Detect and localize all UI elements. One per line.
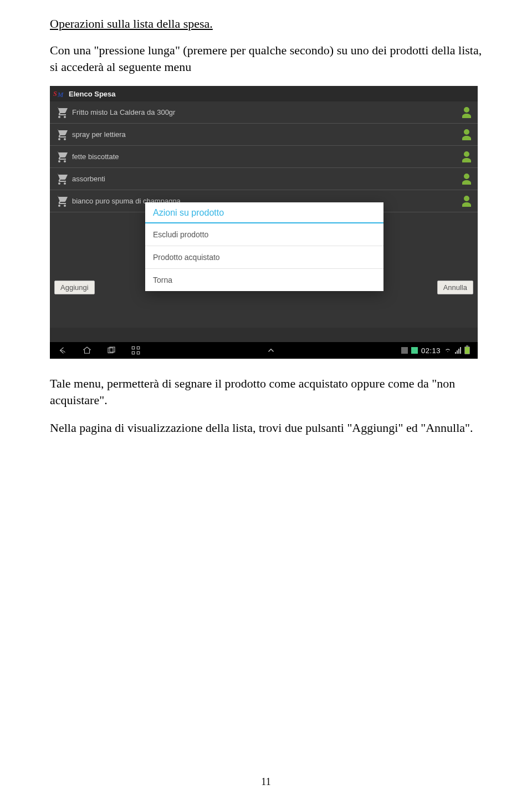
expand-icon[interactable] [266,345,276,355]
list-item-label: Fritto misto La Caldera da 300gr [72,108,460,116]
list-item[interactable]: fette biscottate [50,146,478,168]
list-item[interactable]: Fritto misto La Caldera da 300gr [50,101,478,124]
list-item-label: assorbenti [72,175,460,183]
user-icon [460,150,473,164]
section-heading: Operazioni sulla lista della spesa. [50,17,482,31]
app-title: Elenco Spesa [69,90,116,98]
wifi-icon [444,345,452,355]
notification-icon [401,347,408,354]
svg-rect-6 [132,352,135,355]
add-button[interactable]: Aggiungi [54,281,95,294]
list-item-label: fette biscottate [72,152,460,161]
app-logo-icon: SM [53,89,65,99]
paragraph-buttons-desc: Nella pagina di visualizzazione della li… [50,420,482,436]
document-page: Operazioni sulla lista della spesa. Con … [0,0,532,810]
cart-icon [54,128,70,141]
dialog-item-back[interactable]: Torna [145,269,383,291]
svg-rect-4 [132,347,135,350]
app-screenshot: SM Elenco Spesa Fritto misto La Caldera … [50,86,478,359]
svg-text:S: S [53,90,57,98]
svg-rect-5 [137,347,140,350]
user-icon [460,172,473,186]
svg-rect-7 [137,352,140,355]
user-icon [460,128,473,141]
cart-icon [54,172,70,186]
cart-icon [54,106,70,119]
list-item-label: spray per lettiera [72,130,460,139]
app-header: SM Elenco Spesa [50,86,478,101]
dialog-item-exclude[interactable]: Escludi prodotto [145,223,383,246]
user-icon [460,106,473,119]
actions-dialog: Azioni su prodotto Escludi prodotto Prod… [145,202,383,291]
signal-icon [455,347,461,354]
cancel-button[interactable]: Annulla [437,281,473,294]
page-number: 11 [0,776,532,788]
cart-icon [54,195,70,208]
screenshot-icon[interactable] [131,345,141,355]
clock: 02:13 [421,347,441,355]
paragraph-menu-desc: Tale menu, permetterà di segnare il prod… [50,375,482,408]
list-item[interactable]: spray per lettiera [50,124,478,146]
notification-icon [411,347,418,354]
status-tray: 02:13 [401,345,470,355]
battery-icon [464,347,470,354]
back-icon[interactable] [58,345,68,355]
cart-icon [54,150,70,164]
home-icon[interactable] [82,345,92,355]
dialog-title: Azioni su prodotto [145,202,383,222]
dialog-item-purchased[interactable]: Prodotto acquistato [145,246,383,269]
list-item[interactable]: assorbenti [50,168,478,190]
svg-text:M: M [57,91,64,99]
paragraph-intro: Con una "pressione lunga" (premere per q… [50,42,482,75]
user-icon [460,195,473,208]
recent-apps-icon[interactable] [106,345,116,355]
system-nav-bar: 02:13 [50,342,478,359]
